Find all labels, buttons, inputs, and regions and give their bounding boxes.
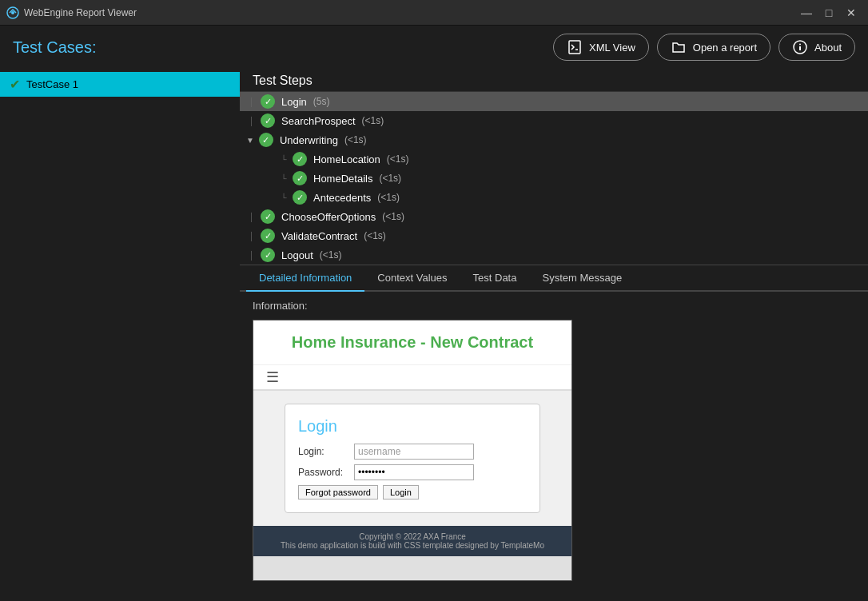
step-name-ant: Antecedents [313,192,371,204]
minimize-button[interactable]: — [796,2,817,23]
step-time-hl: (<1s) [387,153,409,165]
window-controls: — □ ✕ [796,2,862,23]
steps-title: Test Steps [253,74,313,87]
xml-view-icon [567,39,583,55]
steps-header: Test Steps [240,69,868,92]
mock-site-title: Home Insurance - New Contract [266,333,559,352]
step-pass-icon-login: ✓ [261,94,275,109]
step-login[interactable]: │ ✓ Login (5s) [240,92,868,111]
footer-line2: This demo application is build with CSS … [266,541,559,550]
mock-login-input[interactable] [354,444,474,460]
step-searchprospect[interactable]: │ ✓ SearchProspect (<1s) [240,111,868,130]
step-validate[interactable]: │ ✓ ValidateContract (<1s) [240,226,868,245]
mock-login-row: Login: [298,444,527,460]
step-time-underwriting: (<1s) [344,134,367,145]
open-report-button[interactable]: Open a report [657,34,770,61]
pass-icon: ✔ [10,77,20,92]
step-pass-icon-search: ✓ [261,113,275,128]
step-name-underwriting: Underwriting [280,134,338,146]
step-time-login: (5s) [313,96,330,107]
mock-site-footer: Copyright © 2022 AXA France This demo ap… [253,526,571,556]
mock-password-row: Password: [298,464,527,480]
tree-connector-ant: └ [278,193,289,202]
mock-password-label: Password: [298,467,354,478]
step-homelocation[interactable]: └ ✓ HomeLocation (<1s) [240,149,868,169]
tree-connector-lo: │ [246,251,257,260]
tab-testdata[interactable]: Test Data [460,265,530,292]
tree-connector-search: │ [246,117,257,125]
step-chooseoffer[interactable]: │ ✓ ChooseOfferOptions (<1s) [240,207,868,226]
mock-login-button[interactable]: Login [383,485,419,500]
title-bar: WebEngine Report Viewer — □ ✕ [0,0,868,26]
mock-password-input[interactable] [354,464,474,480]
sidebar: ✔ TestCase 1 [0,69,240,601]
test-case-item[interactable]: ✔ TestCase 1 [0,72,240,97]
info-label: Information: [253,300,855,312]
step-time-ant: (<1s) [377,192,400,203]
step-pass-icon-vc: ✓ [261,229,275,243]
step-time-search: (<1s) [362,115,384,126]
mock-site-bottom [253,556,571,580]
screenshot-container: Home Insurance - New Contract ☰ Login Lo… [253,320,572,581]
mock-site-header: Home Insurance - New Contract [253,320,571,365]
xml-view-button[interactable]: XML View [553,34,649,61]
tab-context[interactable]: Context Values [364,265,460,292]
step-logout[interactable]: │ ✓ Logout (<1s) [240,245,868,265]
mock-site-body: Login Login: Password: F [253,391,571,526]
steps-list[interactable]: │ ✓ Login (5s) │ ✓ SearchProspect (<1s) … [240,92,868,265]
step-name-login: Login [281,96,307,108]
close-button[interactable]: ✕ [841,2,862,23]
tab-detailed[interactable]: Detailed Information [246,265,364,292]
tree-connector-login: │ [246,98,257,106]
open-report-icon [671,39,687,55]
step-pass-icon-hl: ✓ [293,152,307,166]
step-time-vc: (<1s) [364,230,386,241]
step-antecedents[interactable]: └ ✓ Antecedents (<1s) [240,188,868,207]
xml-view-label: XML View [589,42,635,54]
tree-connector-vc: │ [246,232,257,241]
mock-site: Home Insurance - New Contract ☰ Login Lo… [253,320,571,580]
step-pass-icon-underwriting: ✓ [259,133,273,147]
tab-system[interactable]: System Message [529,265,635,292]
step-pass-icon-hd: ✓ [293,171,307,185]
step-homedetails[interactable]: └ ✓ HomeDetails (<1s) [240,169,868,188]
step-name-hd: HomeDetails [313,173,372,185]
about-button[interactable]: About [778,34,855,61]
maximize-button[interactable]: □ [818,2,839,23]
about-icon [792,39,808,55]
step-name-vc: ValidateContract [281,230,357,242]
open-report-label: Open a report [693,42,757,54]
toolbar-buttons: XML View Open a report About [553,34,855,61]
app-icon [6,6,19,19]
step-name-hl: HomeLocation [313,153,380,165]
mock-site-menu: ☰ [253,365,571,389]
svg-point-6 [799,44,801,46]
step-time-hd: (<1s) [379,173,401,184]
step-pass-icon-ant: ✓ [293,190,307,205]
expand-arrow-underwriting: ▼ [246,136,254,145]
tree-connector-hd: └ [278,174,289,183]
tab-bar: Detailed Information Context Values Test… [240,265,868,292]
main-content: ✔ TestCase 1 Test Steps │ ✓ Login (5s) │… [0,69,868,601]
step-name-search: SearchProspect [281,115,356,127]
footer-line1: Copyright © 2022 AXA France [266,532,559,541]
test-case-label: TestCase 1 [26,78,78,90]
mock-login-box: Login Login: Password: F [285,404,540,513]
step-name-co: ChooseOfferOptions [281,211,376,223]
toolbar: Test Cases: XML View Open a report [0,26,868,69]
step-underwriting[interactable]: ▼ ✓ Underwriting (<1s) [240,130,868,149]
app-title: WebEngine Report Viewer [24,7,796,18]
svg-point-1 [11,11,14,14]
tree-connector-co: │ [246,213,257,221]
step-time-lo: (<1s) [320,249,342,261]
right-panel: Test Steps │ ✓ Login (5s) │ ✓ SearchPros… [240,69,868,601]
step-pass-icon-lo: ✓ [261,248,275,262]
mock-login-title: Login [298,417,527,436]
toolbar-title: Test Cases: [13,38,96,57]
step-time-co: (<1s) [382,211,404,222]
forgot-password-button[interactable]: Forgot password [298,485,378,500]
step-name-lo: Logout [281,249,313,261]
about-label: About [814,42,842,54]
tree-connector-hl: └ [278,155,289,164]
mock-form-buttons: Forgot password Login [298,485,527,500]
